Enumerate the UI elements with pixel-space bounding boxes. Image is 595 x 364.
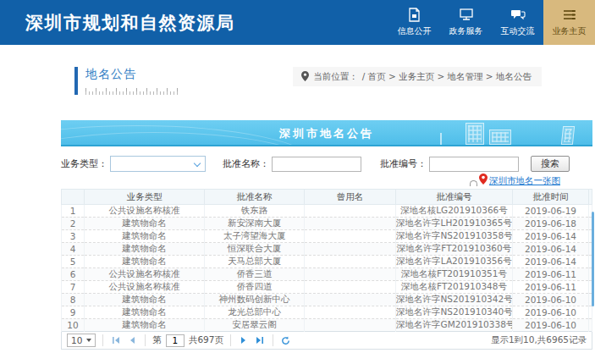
nav-label: 信息公开 bbox=[398, 25, 432, 37]
table-cell: 公共设施名称核准 bbox=[85, 268, 205, 281]
col-spacer bbox=[589, 190, 592, 205]
table-cell-spacer bbox=[589, 306, 592, 319]
approval-code-input[interactable] bbox=[429, 157, 519, 172]
col-approval-date: 批准时间 bbox=[513, 190, 589, 205]
city-map-link[interactable]: 深圳市地名一张图 bbox=[489, 175, 560, 187]
nav-label: 业务主页 bbox=[553, 25, 587, 37]
chat-icon bbox=[510, 8, 526, 22]
next-page-button[interactable] bbox=[238, 334, 250, 346]
col-business-type: 业务类型 bbox=[85, 190, 205, 205]
location-pin-icon bbox=[301, 71, 309, 83]
table-cell: 建筑物命名 bbox=[85, 319, 205, 332]
table-cell: 建筑物命名 bbox=[85, 256, 205, 268]
scrollbar-thumb[interactable] bbox=[592, 212, 594, 306]
table-row[interactable]: 8建筑物命名神州数码创新中心深地名许字NS201910342号2019-06-1… bbox=[62, 294, 592, 306]
table-cell: 建筑物命名 bbox=[85, 294, 205, 306]
table-row[interactable]: 2建筑物命名新安深南大厦深地名许字LH201910365号2019-06-18 bbox=[62, 218, 592, 230]
table-row[interactable]: 4建筑物命名恒深联合大厦深地名许字FT201910360号2019-06-14 bbox=[62, 243, 592, 256]
table-row[interactable]: 5建筑物命名天马总部大厦深地名许字LA201910356号2019-06-14 bbox=[62, 256, 592, 268]
table-cell: 2019-06-11 bbox=[513, 268, 589, 281]
breadcrumb: 当前位置： / 首页 > 业务主页 > 地名管理 > 地名公告 bbox=[293, 67, 542, 86]
col-approval-code: 批准编号 bbox=[396, 190, 513, 205]
page-number-input[interactable] bbox=[166, 334, 185, 347]
code-filter-label: 批准编号： bbox=[380, 157, 427, 170]
table-cell bbox=[305, 319, 396, 332]
search-button[interactable]: 搜索 bbox=[531, 156, 570, 172]
name-filter-label: 批准名称： bbox=[223, 157, 269, 170]
table-cell: 2019-06-18 bbox=[513, 218, 589, 230]
table-cell: 深地名许字LH201910365号 bbox=[396, 218, 513, 230]
divider bbox=[230, 334, 231, 346]
table-row[interactable]: 3建筑物命名太子湾望海大厦深地名许字NS201910358号2019-06-14 bbox=[62, 230, 592, 243]
content-panel: 深圳市地名公告 业务类型： 批准名称： 批准编号： 搜索 深圳市地名一张图 bbox=[61, 120, 592, 350]
table-cell bbox=[305, 218, 396, 230]
document-icon bbox=[407, 8, 421, 22]
table-cell: 10 bbox=[62, 319, 85, 332]
page-size-value: 10 bbox=[71, 335, 82, 345]
nav-label: 政务服务 bbox=[449, 25, 483, 37]
table-cell: 新安深南大厦 bbox=[205, 218, 305, 230]
table-cell: 2019-06-14 bbox=[513, 256, 589, 268]
table-cell: 9 bbox=[62, 306, 85, 319]
site-header: 深圳市规划和自然资源局 信息公开 政务服务 互动交流 bbox=[0, 0, 595, 45]
table-cell bbox=[305, 230, 396, 243]
table-row[interactable]: 7公共设施名称核准侨香四道深地名核FT201910348号2019-06-11 bbox=[62, 281, 592, 294]
arc-decoration bbox=[470, 180, 477, 186]
banner-title: 深圳市地名公告 bbox=[61, 126, 592, 141]
table-cell: 6 bbox=[62, 268, 85, 281]
table-body: 1公共设施名称核准铁东路深地名核LG201910366号2019-06-192建… bbox=[62, 205, 592, 332]
table-cell bbox=[305, 243, 396, 256]
filter-bar: 业务类型： 批准名称： 批准编号： 搜索 bbox=[61, 156, 592, 172]
prev-page-button[interactable] bbox=[126, 334, 138, 346]
ruler-decoration bbox=[85, 88, 180, 95]
refresh-button[interactable] bbox=[280, 334, 292, 346]
table-cell: 深地名核FT201910348号 bbox=[396, 281, 513, 294]
announcement-table: 业务类型 批准名称 曾用名 批准编号 批准时间 1公共设施名称核准铁东路深地名核… bbox=[61, 189, 592, 332]
table-row[interactable]: 1公共设施名称核准铁东路深地名核LG201910366号2019-06-19 bbox=[62, 205, 592, 218]
table-cell-spacer bbox=[589, 319, 592, 332]
last-page-button[interactable] bbox=[254, 334, 266, 346]
page-size-select[interactable]: 10 bbox=[67, 334, 96, 347]
nav-item-business-home[interactable]: 业务主页 bbox=[543, 0, 595, 45]
table-cell: 1 bbox=[62, 205, 85, 218]
table-cell bbox=[305, 205, 396, 218]
table-cell: 2019-06-11 bbox=[513, 281, 589, 294]
table-cell: 天马总部大厦 bbox=[205, 256, 305, 268]
table-header: 业务类型 批准名称 曾用名 批准编号 批准时间 bbox=[62, 190, 592, 205]
table-row[interactable]: 10建筑物命名安居翠云阁深地名许字GM201910338号2019-06-10 bbox=[62, 319, 592, 332]
divider bbox=[102, 334, 103, 346]
first-page-button[interactable] bbox=[110, 334, 122, 346]
nav-label: 互动交流 bbox=[501, 25, 535, 37]
table-cell: 深地名许字LA201910356号 bbox=[396, 256, 513, 268]
table-cell: 7 bbox=[62, 281, 85, 294]
table-cell: 2 bbox=[62, 218, 85, 230]
section-row: 地名公告 当前位置： / 首页 > 业务主页 > 地名管理 > 地名公告 bbox=[74, 67, 542, 95]
table-cell bbox=[305, 294, 396, 306]
table-cell: 铁东路 bbox=[205, 205, 305, 218]
table-cell: 3 bbox=[62, 230, 85, 243]
table-cell bbox=[305, 268, 396, 281]
table-cell: 神州数码创新中心 bbox=[205, 294, 305, 306]
nav-item-gov-services[interactable]: 政务服务 bbox=[440, 0, 492, 45]
nav-item-interaction[interactable]: 互动交流 bbox=[492, 0, 543, 45]
table-row[interactable]: 6公共设施名称核准侨香三道深地名核FT201910351号2019-06-11 bbox=[62, 268, 592, 281]
table-cell: 公共设施名称核准 bbox=[85, 281, 205, 294]
breadcrumb-path[interactable]: / 首页 > 业务主页 > 地名管理 > 地名公告 bbox=[362, 71, 532, 83]
col-index bbox=[62, 190, 85, 205]
list-icon bbox=[562, 8, 577, 22]
page: 深圳市规划和自然资源局 信息公开 政务服务 互动交流 bbox=[0, 0, 595, 364]
table-cell: 侨香三道 bbox=[205, 268, 305, 281]
table-cell: 2019-06-14 bbox=[513, 243, 589, 256]
nav-item-info-disclosure[interactable]: 信息公开 bbox=[388, 0, 440, 45]
table-cell: 深地名核LG201910366号 bbox=[396, 205, 513, 218]
table-row[interactable]: 9建筑物命名龙光总部中心深地名许字NS201910340号2019-06-10 bbox=[62, 306, 592, 319]
table-cell: 2019-06-10 bbox=[513, 294, 589, 306]
site-title: 深圳市规划和自然资源局 bbox=[25, 11, 235, 35]
business-type-select[interactable] bbox=[110, 156, 206, 172]
table-cell: 建筑物命名 bbox=[85, 306, 205, 319]
approved-name-input[interactable] bbox=[272, 157, 361, 172]
page-title: 地名公告 bbox=[85, 67, 180, 82]
table-cell: 8 bbox=[62, 294, 85, 306]
map-pin-icon bbox=[479, 172, 488, 188]
table-cell: 5 bbox=[62, 256, 85, 268]
